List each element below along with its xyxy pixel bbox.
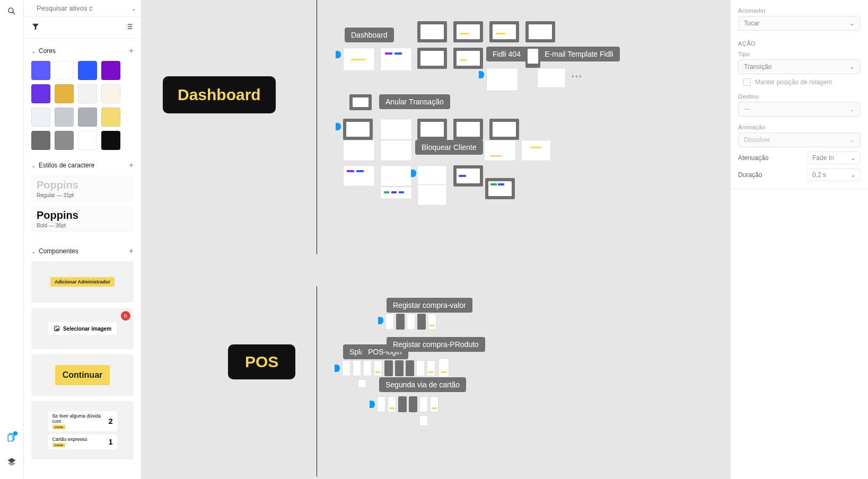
frame-thumb[interactable] <box>398 396 407 412</box>
frame-thumb[interactable] <box>374 360 382 376</box>
flow-start-marker[interactable] <box>336 51 341 58</box>
chevron-down-icon[interactable]: ⌄ <box>131 5 136 12</box>
textstyles-toggle[interactable]: ⌄Estilos de caractere <box>31 162 94 169</box>
component-add-admin[interactable]: Adicionar Administrador <box>31 261 134 303</box>
frame-thumb[interactable] <box>453 48 483 69</box>
frame-thumb[interactable] <box>417 165 447 187</box>
frame-thumb[interactable] <box>419 415 428 426</box>
asset-search-input[interactable] <box>37 4 126 12</box>
frame-thumb[interactable] <box>395 360 404 376</box>
frame-thumb[interactable] <box>417 48 447 69</box>
frame-thumb[interactable] <box>363 360 372 376</box>
frame-thumb[interactable] <box>380 48 412 71</box>
type-select[interactable]: Transição⌄ <box>738 59 861 74</box>
frame-label-anular[interactable]: Anular Transação <box>379 94 450 109</box>
color-swatch[interactable] <box>55 61 74 80</box>
frame-thumb[interactable] <box>349 94 372 110</box>
frame-thumb[interactable] <box>489 119 519 140</box>
frame-thumb[interactable] <box>377 396 385 412</box>
frame-thumb[interactable] <box>485 178 515 199</box>
anim-select[interactable]: Dissolver⌄ <box>738 132 861 147</box>
flow-start-marker[interactable] <box>479 71 484 78</box>
frame-thumb[interactable] <box>453 165 483 187</box>
flow-start-marker[interactable] <box>336 123 341 130</box>
frame-thumb[interactable] <box>342 360 350 376</box>
frame-thumb[interactable] <box>417 314 426 330</box>
dur-select[interactable]: 0,2 s⌄ <box>808 168 861 181</box>
frame-thumb[interactable] <box>343 165 375 187</box>
add-color-button[interactable]: + <box>129 46 134 56</box>
layers-icon[interactable] <box>7 457 16 468</box>
flow-start-marker[interactable] <box>378 317 383 324</box>
frame-thumb[interactable] <box>380 140 412 161</box>
frame-thumb[interactable] <box>417 119 447 140</box>
color-swatch[interactable] <box>101 108 120 127</box>
flow-start-marker[interactable] <box>335 365 340 372</box>
frame-thumb[interactable] <box>385 314 394 330</box>
frame-thumb[interactable] <box>453 119 483 140</box>
color-swatch[interactable] <box>55 84 74 103</box>
frame-thumb[interactable] <box>343 119 373 140</box>
color-swatch[interactable] <box>78 84 97 103</box>
frame-label-fidli404[interactable]: Fidli 404 <box>486 47 527 61</box>
frame-thumb[interactable] <box>416 360 425 376</box>
frame-thumb[interactable] <box>537 68 566 88</box>
frame-thumb[interactable] <box>384 360 393 376</box>
pages-icon[interactable] <box>7 432 16 444</box>
list-view-icon[interactable] <box>125 22 134 33</box>
component-continue[interactable]: Continuar <box>31 354 134 396</box>
frame-thumb[interactable] <box>430 396 439 412</box>
frame-thumb[interactable] <box>453 21 483 42</box>
text-style-item[interactable]: PoppinsBold — 36pt <box>31 206 134 233</box>
search-icon[interactable] <box>7 6 16 18</box>
frame-thumb[interactable] <box>358 379 366 388</box>
frame-label-segunda[interactable]: Segunda via de cartão <box>379 377 466 392</box>
color-swatch[interactable] <box>31 84 50 103</box>
section-label-dashboard[interactable]: Dashboard <box>163 76 276 113</box>
trigger-select[interactable]: Tocar⌄ <box>738 16 861 31</box>
canvas[interactable]: Dashboard POS Dashboard Fidli 404 E-mail… <box>142 0 730 479</box>
flow-start-marker[interactable] <box>411 170 416 177</box>
component-select-image[interactable]: Selecionar imagem ⎘ <box>31 308 134 349</box>
keep-scroll-checkbox[interactable]: Manter posição de rolagem <box>738 78 861 86</box>
color-swatch[interactable] <box>55 131 74 150</box>
add-component-button[interactable]: + <box>129 246 134 256</box>
color-swatch[interactable] <box>101 84 120 103</box>
frame-label-dashboard[interactable]: Dashboard <box>345 28 394 42</box>
frame-thumb[interactable] <box>380 119 412 140</box>
frame-thumb[interactable] <box>439 358 449 377</box>
frame-thumb[interactable] <box>407 314 415 330</box>
frame-label-reg-produto[interactable]: Registar compra-PRoduto <box>387 337 485 352</box>
frame-thumb[interactable] <box>428 314 436 330</box>
color-swatch[interactable] <box>78 131 97 150</box>
components-toggle[interactable]: ⌄Componentes <box>31 247 78 255</box>
color-swatch[interactable] <box>31 131 50 150</box>
section-label-pos[interactable]: POS <box>228 344 295 379</box>
frame-thumb[interactable] <box>521 140 551 161</box>
frame-thumb[interactable] <box>419 396 428 412</box>
frame-thumb[interactable] <box>486 68 518 91</box>
component-stepper[interactable]: Se tiver alguma dúvida commiúda2 Cartão … <box>31 401 134 459</box>
filter-icon[interactable] <box>31 22 40 33</box>
frame-thumb[interactable] <box>380 165 412 187</box>
color-swatch[interactable] <box>55 108 74 127</box>
frame-thumb[interactable] <box>343 140 375 161</box>
frame-thumb[interactable] <box>396 314 405 330</box>
frame-label-bloquear[interactable]: Bloquear Cliente <box>415 140 483 155</box>
frame-thumb[interactable] <box>343 48 375 71</box>
frame-label-email[interactable]: E-mail Template Fidli <box>538 47 620 61</box>
flow-start-marker[interactable] <box>370 401 375 408</box>
frame-thumb[interactable] <box>427 360 435 376</box>
color-swatch[interactable] <box>101 61 120 80</box>
color-swatch[interactable] <box>78 108 97 127</box>
add-textstyle-button[interactable]: + <box>129 161 134 170</box>
color-swatch[interactable] <box>31 108 50 127</box>
dest-select[interactable]: —⌄ <box>738 102 861 117</box>
frame-thumb[interactable] <box>417 184 447 206</box>
frame-thumb[interactable] <box>409 396 417 412</box>
frame-thumb[interactable] <box>525 21 555 42</box>
frame-thumb[interactable] <box>406 360 414 376</box>
frame-thumb[interactable] <box>353 360 361 376</box>
ease-select[interactable]: Fade In⌄ <box>808 152 861 164</box>
frame-thumb[interactable] <box>388 396 396 412</box>
